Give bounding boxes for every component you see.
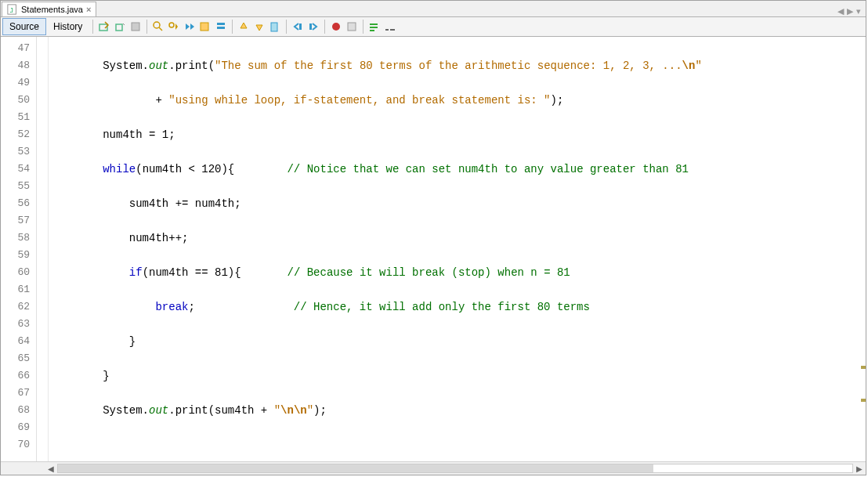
tab-close-button[interactable]: × — [86, 5, 91, 14]
find-selection-icon[interactable] — [152, 20, 165, 33]
toolbar-separator — [286, 20, 287, 34]
start-macro-icon[interactable] — [330, 20, 342, 33]
line-number: 51 — [1, 109, 36, 126]
svg-rect-12 — [299, 23, 302, 30]
line-number: 60 — [1, 264, 36, 281]
find-prev-icon[interactable] — [168, 20, 180, 33]
svg-line-6 — [159, 27, 162, 31]
comment-icon[interactable] — [368, 20, 381, 33]
line-number: 69 — [1, 419, 36, 436]
last-edit-icon[interactable] — [98, 20, 110, 33]
uncomment-icon[interactable] — [384, 20, 396, 33]
line-number: 50 — [1, 92, 36, 109]
svg-rect-8 — [201, 23, 208, 31]
source-view-button[interactable]: Source — [2, 18, 46, 35]
scroll-left-icon[interactable]: ◀ — [45, 462, 57, 475]
toolbar-separator — [363, 20, 363, 34]
java-file-icon: J — [7, 4, 18, 15]
line-number: 68 — [1, 402, 36, 419]
svg-rect-4 — [132, 23, 139, 31]
toggle-bookmark2-icon[interactable] — [269, 20, 281, 33]
toolbar-separator — [92, 20, 93, 34]
line-number: 57 — [1, 212, 36, 229]
scroll-right-icon[interactable]: ▶ — [853, 462, 866, 475]
svg-rect-9 — [217, 23, 225, 25]
line-number: 58 — [1, 229, 36, 247]
stop-macro-icon[interactable] — [345, 20, 358, 33]
line-number: 47 — [1, 40, 36, 57]
prev-bookmark-icon[interactable] — [237, 20, 250, 33]
code-editor[interactable]: 4748495051525354555657585960616263646566… — [1, 37, 866, 475]
line-number: 52 — [1, 126, 36, 143]
svg-point-5 — [154, 22, 160, 28]
line-number: 61 — [1, 281, 36, 298]
tab-title: Statements.java — [21, 5, 83, 14]
line-number: 65 — [1, 350, 36, 367]
editor-window: J Statements.java × ◀ ▶ ▾ Source History — [0, 0, 866, 475]
svg-rect-11 — [271, 23, 277, 31]
horizontal-scrollbar[interactable]: ◀ ▶ — [1, 461, 866, 475]
toolbar-separator — [146, 20, 147, 34]
tab-bar: J Statements.java × ◀ ▶ ▾ — [1, 1, 866, 17]
svg-text:J: J — [10, 7, 14, 14]
find-next-icon[interactable] — [183, 20, 196, 33]
line-number: 55 — [1, 178, 36, 195]
shift-right-icon[interactable] — [307, 20, 320, 33]
editor-toolbar: Source History — [1, 17, 866, 37]
svg-rect-13 — [309, 23, 312, 30]
error-stripe[interactable] — [861, 37, 866, 462]
tab-list-icon[interactable]: ▾ — [856, 6, 861, 16]
code-area[interactable]: System.out.print("The sum of the first 8… — [49, 37, 866, 475]
line-number: 53 — [1, 143, 36, 161]
tab-nav-right-icon[interactable]: ▶ — [847, 6, 853, 16]
toggle-bookmark-icon[interactable] — [215, 20, 227, 33]
line-number: 48 — [1, 57, 36, 74]
svg-point-14 — [332, 23, 340, 31]
occurrence-mark[interactable] — [861, 399, 866, 402]
line-number: 49 — [1, 74, 36, 92]
tab-nav-left-icon[interactable]: ◀ — [837, 6, 844, 16]
next-bookmark-icon[interactable] — [253, 20, 266, 33]
line-number: 54 — [1, 161, 36, 178]
svg-rect-10 — [217, 27, 225, 29]
forward-icon[interactable] — [129, 20, 142, 33]
shift-left-icon[interactable] — [291, 20, 304, 33]
line-number: 67 — [1, 385, 36, 402]
svg-rect-3 — [116, 24, 122, 31]
tab-nav-arrows: ◀ ▶ ▾ — [837, 6, 861, 16]
occurrence-mark[interactable] — [861, 366, 866, 369]
history-view-button[interactable]: History — [46, 18, 89, 35]
line-number: 59 — [1, 247, 36, 264]
toolbar-separator — [324, 20, 325, 34]
svg-point-7 — [169, 23, 174, 27]
line-number-gutter: 4748495051525354555657585960616263646566… — [1, 37, 37, 475]
svg-rect-15 — [348, 23, 356, 31]
file-tab-statements[interactable]: J Statements.java × — [2, 2, 96, 16]
line-number: 62 — [1, 298, 36, 316]
line-number: 66 — [1, 367, 36, 385]
back-icon[interactable] — [114, 20, 126, 33]
line-number: 63 — [1, 316, 36, 333]
toolbar-separator — [232, 20, 233, 34]
line-number: 70 — [1, 436, 36, 454]
line-number: 64 — [1, 333, 36, 350]
line-number: 56 — [1, 195, 36, 212]
fold-column — [37, 37, 49, 475]
scrollbar-thumb[interactable] — [58, 464, 653, 472]
toggle-highlight-icon[interactable] — [199, 20, 212, 33]
